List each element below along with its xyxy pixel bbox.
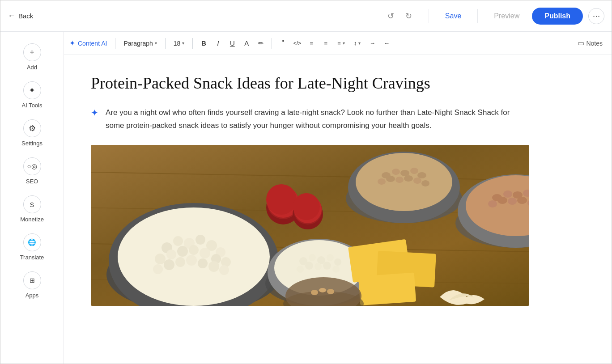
svg-point-28 bbox=[219, 265, 229, 275]
blockquote-button[interactable]: " bbox=[276, 37, 289, 50]
sidebar-label-ai-tools: AI Tools bbox=[21, 102, 42, 109]
sidebar-label-apps: Apps bbox=[26, 292, 39, 299]
seo-icon: ○◎ bbox=[23, 157, 41, 175]
svg-point-12 bbox=[196, 235, 205, 245]
line-spacing-icon: ↕ bbox=[354, 40, 357, 47]
content-scroll-area[interactable]: Protein-Packed Snack Ideas for Late-Nigh… bbox=[64, 55, 612, 364]
font-size-select[interactable]: 18 ▾ bbox=[170, 38, 188, 49]
sidebar-item-apps[interactable]: ⊞ Apps bbox=[8, 267, 57, 303]
svg-point-67 bbox=[517, 197, 527, 204]
underline-button[interactable]: U bbox=[226, 37, 238, 50]
sidebar-item-translate[interactable]: 🌐 Translate bbox=[8, 229, 57, 265]
font-size-chevron-icon: ▾ bbox=[182, 41, 184, 46]
svg-point-52 bbox=[395, 177, 404, 183]
sidebar-item-settings[interactable]: ⚙ Settings bbox=[8, 115, 57, 151]
svg-point-54 bbox=[413, 178, 421, 184]
sidebar-label-add: Add bbox=[27, 64, 37, 71]
ordered-list-button[interactable]: ≡ bbox=[305, 37, 318, 50]
svg-point-101 bbox=[293, 193, 320, 220]
svg-point-19 bbox=[200, 248, 210, 258]
more-options-button[interactable]: ··· bbox=[588, 8, 604, 24]
svg-point-48 bbox=[410, 168, 418, 174]
sidebar-item-add[interactable]: + Add bbox=[8, 39, 57, 75]
content-ai-button[interactable]: ✦ Content AI bbox=[69, 39, 107, 47]
notes-button[interactable]: ▭ Notes bbox=[574, 37, 606, 49]
sidebar-item-ai-tools[interactable]: ✦ AI Tools bbox=[8, 77, 57, 113]
toolbar-divider-3 bbox=[192, 38, 193, 49]
svg-point-65 bbox=[497, 197, 507, 204]
svg-point-64 bbox=[488, 200, 497, 207]
indent-button[interactable]: → bbox=[366, 37, 378, 50]
bold-button[interactable]: B bbox=[197, 37, 210, 50]
article-intro-text: Are you a night owl who often finds your… bbox=[106, 106, 529, 132]
paragraph-style-select[interactable]: Paragraph ▾ bbox=[120, 38, 160, 49]
ai-spark-icon: ✦ bbox=[91, 107, 98, 132]
svg-point-17 bbox=[177, 246, 188, 257]
svg-point-93 bbox=[327, 289, 334, 294]
undo-redo-group: ↺ ↻ bbox=[384, 9, 416, 23]
divider-2 bbox=[477, 9, 478, 23]
svg-point-27 bbox=[208, 261, 219, 272]
svg-point-40 bbox=[323, 262, 331, 270]
redo-button[interactable]: ↻ bbox=[402, 9, 416, 23]
ai-tools-icon: ✦ bbox=[23, 81, 41, 99]
content-ai-label: Content AI bbox=[78, 40, 107, 47]
svg-point-37 bbox=[297, 266, 304, 273]
toolbar-divider-2 bbox=[165, 38, 166, 49]
line-spacing-select[interactable]: ↕ ▾ bbox=[350, 38, 365, 48]
svg-point-33 bbox=[309, 254, 316, 261]
svg-point-35 bbox=[327, 254, 334, 261]
text-color-button[interactable]: A bbox=[240, 37, 253, 50]
svg-point-49 bbox=[417, 172, 426, 178]
svg-point-36 bbox=[334, 258, 341, 266]
save-button[interactable]: Save bbox=[438, 8, 468, 24]
toolbar-divider-1 bbox=[115, 38, 115, 49]
preview-button[interactable]: Preview bbox=[487, 8, 527, 24]
outdent-button[interactable]: ← bbox=[380, 37, 393, 50]
svg-point-38 bbox=[305, 262, 313, 270]
svg-point-16 bbox=[166, 250, 176, 259]
unordered-list-button[interactable]: ≡ bbox=[319, 37, 332, 50]
svg-point-26 bbox=[198, 258, 208, 268]
svg-point-47 bbox=[400, 170, 409, 176]
svg-point-46 bbox=[392, 169, 400, 175]
svg-point-50 bbox=[378, 178, 386, 185]
svg-point-55 bbox=[421, 180, 429, 186]
food-image-svg bbox=[91, 145, 529, 306]
svg-point-25 bbox=[186, 255, 197, 266]
paragraph-chevron-icon: ▾ bbox=[155, 41, 157, 46]
svg-point-53 bbox=[404, 175, 413, 182]
svg-point-51 bbox=[386, 176, 395, 182]
svg-point-97 bbox=[266, 184, 297, 215]
article-intro-section: ✦ Are you a night owl who often finds yo… bbox=[91, 106, 529, 132]
apps-icon: ⊞ bbox=[23, 271, 41, 289]
divider-1 bbox=[429, 9, 429, 23]
code-button[interactable]: </> bbox=[291, 37, 303, 50]
svg-point-24 bbox=[175, 257, 185, 267]
svg-point-91 bbox=[311, 290, 318, 295]
sidebar-item-monetize[interactable]: $ Monetize bbox=[8, 191, 57, 227]
font-size-value: 18 bbox=[174, 40, 181, 47]
sidebar-label-seo: SEO bbox=[26, 178, 38, 185]
highlight-button[interactable]: ✏ bbox=[255, 37, 267, 50]
svg-point-60 bbox=[503, 190, 512, 198]
top-bar: ← Back ↺ ↻ Save Preview Publish ··· bbox=[0, 0, 612, 32]
line-spacing-chevron-icon: ▾ bbox=[358, 41, 361, 46]
back-arrow-icon: ← bbox=[8, 11, 16, 21]
svg-point-92 bbox=[319, 288, 326, 292]
article-title: Protein-Packed Snack Ideas for Late-Nigh… bbox=[91, 73, 529, 94]
toolbar-divider-4 bbox=[272, 38, 272, 49]
align-select[interactable]: ≡ ▾ bbox=[334, 38, 348, 48]
paragraph-style-label: Paragraph bbox=[123, 40, 153, 47]
back-label: Back bbox=[18, 12, 33, 20]
content-ai-icon: ✦ bbox=[69, 39, 75, 47]
sidebar-label-monetize: Monetize bbox=[20, 216, 44, 223]
back-button[interactable]: ← Back bbox=[8, 11, 33, 21]
undo-button[interactable]: ↺ bbox=[384, 9, 398, 23]
svg-point-66 bbox=[508, 198, 517, 205]
publish-button[interactable]: Publish bbox=[532, 8, 583, 25]
sidebar-item-seo[interactable]: ○◎ SEO bbox=[8, 153, 57, 189]
notes-icon: ▭ bbox=[578, 39, 584, 47]
translate-icon: 🌐 bbox=[23, 233, 41, 251]
italic-button[interactable]: I bbox=[212, 37, 224, 50]
